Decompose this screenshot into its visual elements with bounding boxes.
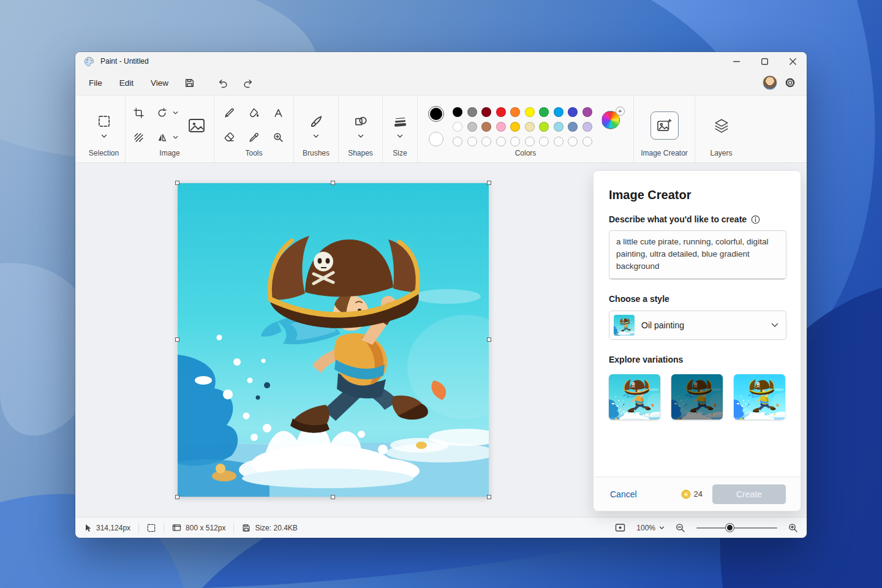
foreground-color-swatch[interactable] xyxy=(429,107,443,121)
color-swatch[interactable] xyxy=(568,122,578,132)
maximize-button[interactable] xyxy=(750,52,778,70)
empty-color-slot[interactable] xyxy=(453,137,462,146)
selection-handle[interactable] xyxy=(487,337,491,342)
brushes-button[interactable] xyxy=(307,112,325,130)
settings-gear-icon[interactable] xyxy=(785,77,796,88)
selection-handle[interactable] xyxy=(175,337,179,342)
file-size-icon xyxy=(242,524,251,532)
variation-art-3 xyxy=(734,374,785,420)
image-creator-icon xyxy=(656,117,673,134)
empty-color-slot[interactable] xyxy=(539,137,549,146)
color-swatch[interactable] xyxy=(554,122,564,132)
zoom-to-fit-icon[interactable] xyxy=(615,523,625,532)
menu-view[interactable]: View xyxy=(142,74,177,92)
empty-color-slot[interactable] xyxy=(496,137,506,146)
redo-button[interactable] xyxy=(237,74,258,92)
background-color-swatch[interactable] xyxy=(429,132,443,146)
menu-file[interactable]: File xyxy=(80,74,111,92)
color-swatch[interactable] xyxy=(554,107,564,117)
text-tool-button[interactable] xyxy=(270,104,288,123)
variation-thumbnail-1[interactable] xyxy=(609,374,660,420)
chevron-down-icon[interactable] xyxy=(313,134,319,138)
crop-button[interactable] xyxy=(129,104,148,123)
color-swatch[interactable] xyxy=(453,122,462,132)
pencil-tool-button[interactable] xyxy=(221,104,239,123)
variation-thumbnail-2[interactable] xyxy=(671,374,723,420)
info-icon[interactable] xyxy=(751,215,760,224)
maximize-icon xyxy=(761,58,768,65)
describe-label: Describe what you'd like to create xyxy=(609,214,747,224)
zoom-in-icon[interactable] xyxy=(788,523,798,533)
color-swatch[interactable] xyxy=(510,107,520,117)
color-swatch[interactable] xyxy=(539,122,549,132)
color-picker-tool-button[interactable] xyxy=(245,129,263,147)
selection-handle[interactable] xyxy=(331,181,335,185)
zoom-slider[interactable] xyxy=(696,524,777,532)
empty-color-slot[interactable] xyxy=(582,137,592,146)
rotate-button[interactable] xyxy=(153,104,171,123)
resize-image-button[interactable] xyxy=(183,112,210,139)
empty-color-slot[interactable] xyxy=(510,137,520,146)
eraser-tool-button[interactable] xyxy=(221,129,239,147)
menu-edit[interactable]: Edit xyxy=(111,74,142,92)
style-dropdown[interactable]: Oil painting xyxy=(609,311,786,340)
color-swatch[interactable] xyxy=(582,107,592,117)
close-button[interactable] xyxy=(778,52,807,70)
layers-button[interactable] xyxy=(709,113,734,138)
flip-button[interactable] xyxy=(153,129,171,147)
selection-handle[interactable] xyxy=(487,181,491,185)
group-label-tools: Tools xyxy=(245,149,262,159)
color-swatch[interactable] xyxy=(525,122,535,132)
color-swatch[interactable] xyxy=(496,122,506,132)
free-select-button[interactable] xyxy=(129,129,148,147)
size-button[interactable] xyxy=(391,112,409,130)
zoom-slider-thumb[interactable] xyxy=(726,524,734,532)
create-button[interactable]: Create xyxy=(712,484,786,504)
account-avatar[interactable] xyxy=(763,75,777,90)
color-swatch[interactable] xyxy=(481,122,491,132)
undo-button[interactable] xyxy=(213,74,233,92)
chevron-down-icon[interactable] xyxy=(358,134,364,138)
canvas-selection[interactable] xyxy=(178,183,489,497)
chevron-down-icon[interactable] xyxy=(173,135,178,140)
selection-handle[interactable] xyxy=(175,181,179,185)
color-swatch[interactable] xyxy=(582,122,592,132)
zoom-level-dropdown[interactable]: 100% xyxy=(631,521,669,535)
cancel-button[interactable]: Cancel xyxy=(610,489,637,499)
image-creator-button[interactable] xyxy=(650,111,679,140)
chevron-down-icon[interactable] xyxy=(397,134,403,138)
empty-color-slot[interactable] xyxy=(481,137,491,146)
empty-color-slot[interactable] xyxy=(467,137,477,146)
empty-color-slot[interactable] xyxy=(568,137,578,146)
brush-icon xyxy=(310,115,323,128)
variation-thumbnail-3[interactable] xyxy=(734,374,785,420)
add-color-badge[interactable]: + xyxy=(616,107,625,116)
save-button[interactable] xyxy=(179,74,200,92)
fill-tool-button[interactable] xyxy=(245,104,263,123)
selection-handle[interactable] xyxy=(331,495,335,499)
zoom-slider-track[interactable] xyxy=(696,527,777,529)
empty-color-slot[interactable] xyxy=(525,137,535,146)
empty-color-slot[interactable] xyxy=(554,137,564,146)
magnifier-tool-button[interactable] xyxy=(270,129,288,147)
selection-handle[interactable] xyxy=(175,495,179,499)
titlebar[interactable]: Paint - Untitled xyxy=(75,52,807,70)
generated-canvas-image[interactable] xyxy=(178,183,489,497)
selection-handle[interactable] xyxy=(487,495,491,499)
color-swatch[interactable] xyxy=(467,122,477,132)
color-swatch[interactable] xyxy=(453,107,462,117)
color-swatch[interactable] xyxy=(510,122,520,132)
chevron-down-icon[interactable] xyxy=(173,111,178,115)
color-swatch[interactable] xyxy=(525,107,535,117)
color-swatch[interactable] xyxy=(467,107,477,117)
shapes-button[interactable] xyxy=(352,112,370,130)
minimize-button[interactable] xyxy=(722,52,750,70)
zoom-out-icon[interactable] xyxy=(676,523,685,533)
chevron-down-icon[interactable] xyxy=(101,134,107,138)
selection-tool-button[interactable] xyxy=(95,112,113,130)
prompt-input[interactable]: a little cute pirate, running, colorful,… xyxy=(609,230,786,279)
color-swatch[interactable] xyxy=(481,107,491,117)
color-swatch[interactable] xyxy=(539,107,549,117)
color-swatch[interactable] xyxy=(568,107,578,117)
color-swatch[interactable] xyxy=(496,107,506,117)
